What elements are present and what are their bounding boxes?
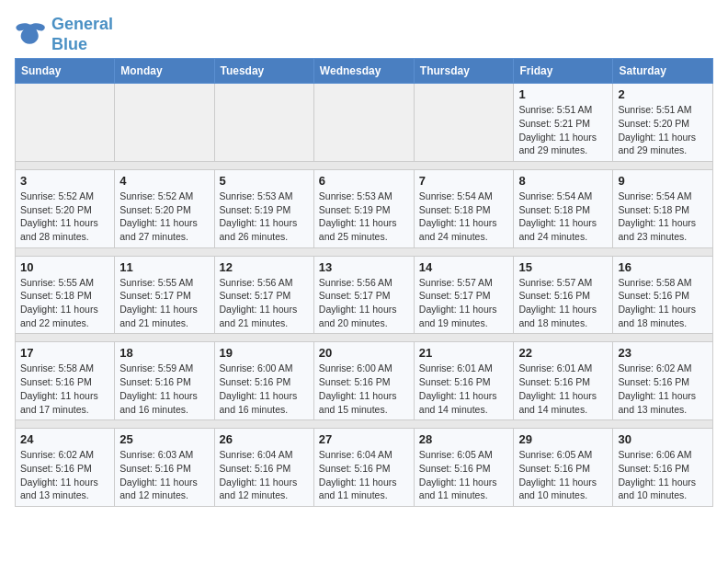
day-info: Sunrise: 5:57 AM Sunset: 5:17 PM Dayligh…	[419, 276, 509, 330]
weekday-header: Saturday	[613, 59, 713, 84]
calendar-cell: 2Sunrise: 5:51 AM Sunset: 5:20 PM Daylig…	[613, 84, 713, 162]
day-number: 10	[20, 260, 109, 274]
calendar-cell	[313, 84, 414, 162]
calendar-cell	[414, 84, 514, 162]
day-info: Sunrise: 6:02 AM Sunset: 5:16 PM Dayligh…	[20, 448, 109, 502]
calendar-cell: 10Sunrise: 5:55 AM Sunset: 5:18 PM Dayli…	[16, 256, 115, 334]
day-number: 29	[518, 432, 608, 446]
day-number: 3	[20, 174, 109, 188]
row-separator	[16, 161, 713, 169]
calendar-week-row: 1Sunrise: 5:51 AM Sunset: 5:21 PM Daylig…	[16, 84, 713, 162]
day-number: 27	[319, 432, 409, 446]
day-info: Sunrise: 6:01 AM Sunset: 5:16 PM Dayligh…	[419, 362, 509, 416]
calendar-cell	[214, 84, 313, 162]
day-number: 7	[419, 174, 509, 188]
calendar-cell: 6Sunrise: 5:53 AM Sunset: 5:19 PM Daylig…	[313, 169, 414, 247]
calendar-cell: 24Sunrise: 6:02 AM Sunset: 5:16 PM Dayli…	[16, 429, 115, 507]
calendar-cell: 21Sunrise: 6:01 AM Sunset: 5:16 PM Dayli…	[414, 342, 514, 420]
calendar-cell: 17Sunrise: 5:58 AM Sunset: 5:16 PM Dayli…	[16, 342, 115, 420]
calendar-cell: 18Sunrise: 5:59 AM Sunset: 5:16 PM Dayli…	[115, 342, 214, 420]
calendar-cell: 23Sunrise: 6:02 AM Sunset: 5:16 PM Dayli…	[613, 342, 713, 420]
calendar-cell: 7Sunrise: 5:54 AM Sunset: 5:18 PM Daylig…	[414, 169, 514, 247]
day-info: Sunrise: 5:54 AM Sunset: 5:18 PM Dayligh…	[518, 190, 608, 244]
day-info: Sunrise: 5:53 AM Sunset: 5:19 PM Dayligh…	[220, 190, 309, 244]
day-info: Sunrise: 5:58 AM Sunset: 5:16 PM Dayligh…	[20, 362, 109, 416]
calendar-week-row: 10Sunrise: 5:55 AM Sunset: 5:18 PM Dayli…	[16, 256, 713, 334]
day-number: 23	[618, 346, 708, 360]
day-info: Sunrise: 5:56 AM Sunset: 5:17 PM Dayligh…	[319, 276, 409, 330]
day-number: 4	[119, 174, 209, 188]
logo: General Blue	[15, 15, 113, 54]
calendar-cell: 8Sunrise: 5:54 AM Sunset: 5:18 PM Daylig…	[514, 169, 613, 247]
day-number: 16	[618, 260, 708, 274]
day-info: Sunrise: 6:04 AM Sunset: 5:16 PM Dayligh…	[319, 448, 409, 502]
day-number: 21	[419, 346, 509, 360]
calendar-cell	[115, 84, 214, 162]
calendar-week-row: 17Sunrise: 5:58 AM Sunset: 5:16 PM Dayli…	[16, 342, 713, 420]
day-info: Sunrise: 5:54 AM Sunset: 5:18 PM Dayligh…	[419, 190, 509, 244]
day-number: 14	[419, 260, 509, 274]
day-number: 24	[20, 432, 109, 446]
row-separator	[16, 334, 713, 342]
day-number: 19	[220, 346, 309, 360]
day-number: 25	[119, 432, 209, 446]
row-separator	[16, 247, 713, 256]
calendar-week-row: 24Sunrise: 6:02 AM Sunset: 5:16 PM Dayli…	[16, 429, 713, 507]
weekday-header: Monday	[115, 59, 214, 84]
day-info: Sunrise: 6:04 AM Sunset: 5:16 PM Dayligh…	[220, 448, 309, 502]
day-info: Sunrise: 5:57 AM Sunset: 5:16 PM Dayligh…	[518, 276, 608, 330]
day-info: Sunrise: 6:00 AM Sunset: 5:16 PM Dayligh…	[319, 362, 409, 416]
calendar-cell: 14Sunrise: 5:57 AM Sunset: 5:17 PM Dayli…	[414, 256, 514, 334]
day-number: 1	[518, 87, 608, 101]
weekday-header: Friday	[514, 59, 613, 84]
day-number: 17	[20, 346, 109, 360]
calendar-cell: 29Sunrise: 6:05 AM Sunset: 5:16 PM Dayli…	[514, 429, 613, 507]
day-info: Sunrise: 6:05 AM Sunset: 5:16 PM Dayligh…	[419, 448, 509, 502]
weekday-header: Sunday	[16, 59, 115, 84]
weekday-header: Thursday	[414, 59, 514, 84]
weekday-header: Tuesday	[214, 59, 313, 84]
calendar-cell: 9Sunrise: 5:54 AM Sunset: 5:18 PM Daylig…	[613, 169, 713, 247]
calendar-cell: 22Sunrise: 6:01 AM Sunset: 5:16 PM Dayli…	[514, 342, 613, 420]
row-separator	[16, 420, 713, 429]
calendar-cell: 13Sunrise: 5:56 AM Sunset: 5:17 PM Dayli…	[313, 256, 414, 334]
calendar-cell: 5Sunrise: 5:53 AM Sunset: 5:19 PM Daylig…	[214, 169, 313, 247]
day-info: Sunrise: 5:52 AM Sunset: 5:20 PM Dayligh…	[119, 190, 209, 244]
calendar-cell: 25Sunrise: 6:03 AM Sunset: 5:16 PM Dayli…	[115, 429, 214, 507]
calendar-cell: 16Sunrise: 5:58 AM Sunset: 5:16 PM Dayli…	[613, 256, 713, 334]
day-number: 20	[319, 346, 409, 360]
day-number: 12	[220, 260, 309, 274]
calendar-cell: 28Sunrise: 6:05 AM Sunset: 5:16 PM Dayli…	[414, 429, 514, 507]
day-number: 26	[220, 432, 309, 446]
day-info: Sunrise: 6:06 AM Sunset: 5:16 PM Dayligh…	[618, 448, 708, 502]
calendar-cell: 30Sunrise: 6:06 AM Sunset: 5:16 PM Dayli…	[613, 429, 713, 507]
calendar-cell: 27Sunrise: 6:04 AM Sunset: 5:16 PM Dayli…	[313, 429, 414, 507]
calendar-cell: 1Sunrise: 5:51 AM Sunset: 5:21 PM Daylig…	[514, 84, 613, 162]
day-number: 8	[518, 174, 608, 188]
day-number: 5	[220, 174, 309, 188]
day-info: Sunrise: 5:52 AM Sunset: 5:20 PM Dayligh…	[20, 190, 109, 244]
day-number: 11	[119, 260, 209, 274]
day-number: 22	[518, 346, 608, 360]
calendar-table: SundayMondayTuesdayWednesdayThursdayFrid…	[15, 58, 713, 507]
calendar-header-row: SundayMondayTuesdayWednesdayThursdayFrid…	[16, 59, 713, 84]
day-number: 28	[419, 432, 509, 446]
calendar-cell: 11Sunrise: 5:55 AM Sunset: 5:17 PM Dayli…	[115, 256, 214, 334]
day-number: 18	[119, 346, 209, 360]
calendar-week-row: 3Sunrise: 5:52 AM Sunset: 5:20 PM Daylig…	[16, 169, 713, 247]
weekday-header: Wednesday	[313, 59, 414, 84]
day-number: 6	[319, 174, 409, 188]
calendar-cell: 4Sunrise: 5:52 AM Sunset: 5:20 PM Daylig…	[115, 169, 214, 247]
day-number: 13	[319, 260, 409, 274]
day-info: Sunrise: 5:51 AM Sunset: 5:20 PM Dayligh…	[618, 103, 708, 157]
day-number: 15	[518, 260, 608, 274]
day-info: Sunrise: 6:01 AM Sunset: 5:16 PM Dayligh…	[518, 362, 608, 416]
day-info: Sunrise: 6:02 AM Sunset: 5:16 PM Dayligh…	[618, 362, 708, 416]
day-info: Sunrise: 5:55 AM Sunset: 5:18 PM Dayligh…	[20, 276, 109, 330]
day-info: Sunrise: 5:55 AM Sunset: 5:17 PM Dayligh…	[119, 276, 209, 330]
day-info: Sunrise: 5:51 AM Sunset: 5:21 PM Dayligh…	[518, 103, 608, 157]
day-info: Sunrise: 5:56 AM Sunset: 5:17 PM Dayligh…	[220, 276, 309, 330]
day-info: Sunrise: 5:58 AM Sunset: 5:16 PM Dayligh…	[618, 276, 708, 330]
calendar-cell: 26Sunrise: 6:04 AM Sunset: 5:16 PM Dayli…	[214, 429, 313, 507]
day-info: Sunrise: 6:03 AM Sunset: 5:16 PM Dayligh…	[119, 448, 209, 502]
